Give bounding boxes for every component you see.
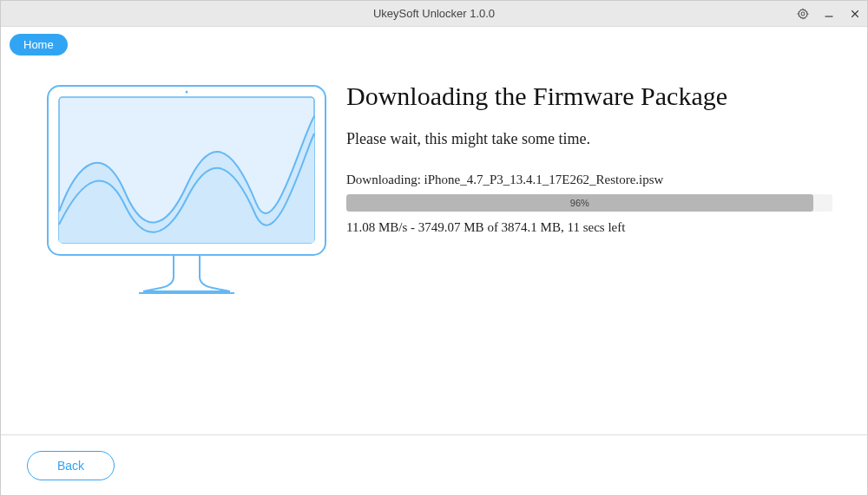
monitor-illustration: [43, 82, 330, 298]
status-panel: Downloading the Firmware Package Please …: [338, 82, 832, 426]
back-button[interactable]: Back: [27, 451, 115, 480]
progress-bar: 96%: [346, 194, 832, 212]
download-stats: 11.08 MB/s - 3749.07 MB of 3874.1 MB, 11…: [346, 220, 832, 235]
titlebar: UkeySoft Unlocker 1.0.0: [1, 1, 867, 27]
progress-track: 96%: [346, 194, 832, 212]
window-controls: [796, 7, 862, 21]
progress-fill: 96%: [346, 194, 813, 212]
close-icon[interactable]: [848, 7, 862, 21]
content-area: Downloading the Firmware Package Please …: [1, 55, 867, 434]
svg-point-3: [186, 91, 188, 94]
window-title: UkeySoft Unlocker 1.0.0: [1, 7, 867, 20]
page-heading: Downloading the Firmware Package: [346, 82, 832, 111]
illustration-panel: [36, 82, 338, 426]
topbar: Home: [1, 27, 867, 55]
progress-percent-label: 96%: [570, 198, 589, 208]
app-window: UkeySoft Unlocker 1.0.0 Home: [0, 0, 868, 496]
minimize-icon[interactable]: [822, 7, 836, 21]
page-subtext: Please wait, this might take some time.: [346, 130, 832, 148]
settings-icon[interactable]: [796, 7, 810, 21]
home-button[interactable]: Home: [10, 34, 68, 55]
footer: Back: [1, 434, 867, 495]
download-file-label: Downloading: iPhone_4.7_P3_13.4.1_17E262…: [346, 173, 832, 187]
